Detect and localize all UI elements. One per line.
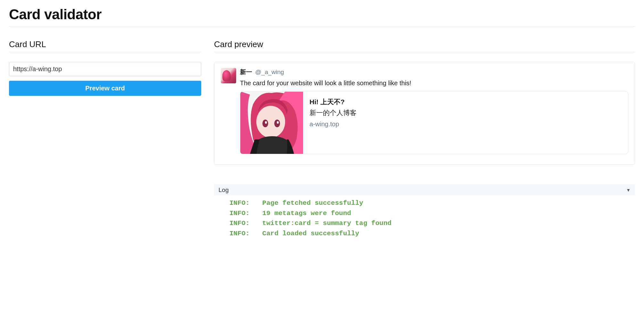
svg-point-4 bbox=[265, 121, 267, 124]
chevron-down-icon: ▼ bbox=[626, 188, 631, 193]
log-line: INFO: 19 metatags were found bbox=[229, 208, 631, 219]
card-preview-divider bbox=[214, 52, 635, 52]
card-preview-heading: Card preview bbox=[214, 39, 635, 49]
card-url-heading: Card URL bbox=[9, 39, 201, 49]
card-url-divider bbox=[9, 52, 201, 52]
card-url-section: Card URL Preview card bbox=[9, 39, 201, 96]
author-name: 新一 bbox=[240, 69, 252, 75]
svg-point-2 bbox=[262, 120, 268, 127]
card-url-input[interactable] bbox=[9, 62, 201, 76]
preview-card-button[interactable]: Preview card bbox=[9, 81, 201, 96]
main-columns: Card URL Preview card Card preview 新一 @_… bbox=[9, 39, 635, 238]
log-line: INFO: Page fetched successfully bbox=[229, 198, 631, 208]
svg-point-5 bbox=[277, 121, 279, 124]
card-domain: a-wing.top bbox=[310, 121, 622, 128]
author-handle: @_a_wing bbox=[255, 69, 284, 75]
log-body: INFO: Page fetched successfullyINFO: 19 … bbox=[214, 196, 635, 238]
author-line: 新一 @_a_wing bbox=[240, 68, 628, 76]
log-line: INFO: Card loaded successfully bbox=[229, 229, 631, 239]
tweet-header: 新一 @_a_wing The card for your website wi… bbox=[221, 68, 628, 154]
card-preview-section: Card preview 新一 @_a_wing The card for yo… bbox=[214, 39, 635, 238]
avatar bbox=[221, 68, 236, 83]
log-header-label: Log bbox=[219, 187, 229, 194]
card-preview-box: 新一 @_a_wing The card for your website wi… bbox=[214, 62, 635, 165]
log-line: INFO: twitter:card = summary tag found bbox=[229, 218, 631, 229]
svg-point-3 bbox=[274, 120, 280, 127]
tweet-body: 新一 @_a_wing The card for your website wi… bbox=[240, 68, 628, 154]
title-divider bbox=[9, 26, 635, 27]
tweet-text: The card for your website will look a li… bbox=[240, 79, 628, 87]
card-title: Hi! 上天不? bbox=[310, 97, 622, 106]
summary-card[interactable]: Hi! 上天不? 新一的个人博客 a-wing.top bbox=[240, 91, 628, 154]
card-description: 新一的个人博客 bbox=[310, 108, 622, 117]
log-header[interactable]: Log ▼ bbox=[214, 184, 635, 196]
page-title: Card validator bbox=[9, 6, 635, 22]
card-info: Hi! 上天不? 新一的个人博客 a-wing.top bbox=[303, 92, 628, 154]
card-thumbnail bbox=[240, 92, 303, 154]
svg-point-1 bbox=[256, 106, 285, 138]
log-section: Log ▼ INFO: Page fetched successfullyINF… bbox=[214, 184, 635, 238]
